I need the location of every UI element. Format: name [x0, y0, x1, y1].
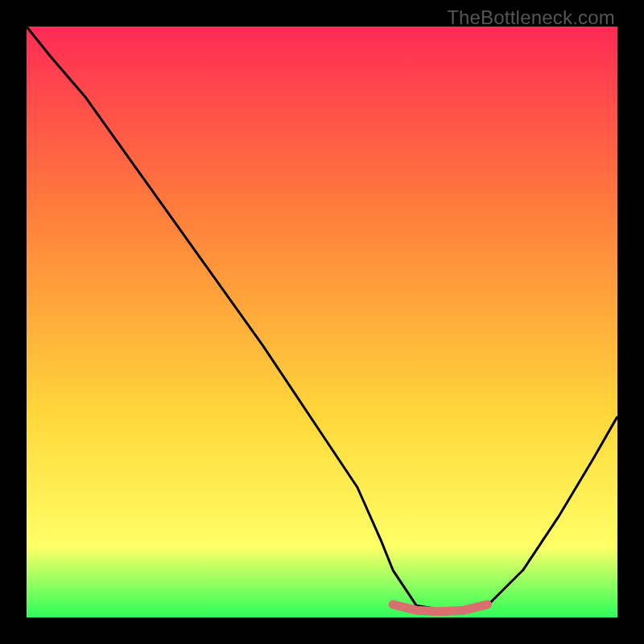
- gradient-background: [27, 27, 617, 617]
- chart-canvas: [27, 27, 617, 617]
- watermark-text: TheBottleneck.com: [447, 6, 615, 29]
